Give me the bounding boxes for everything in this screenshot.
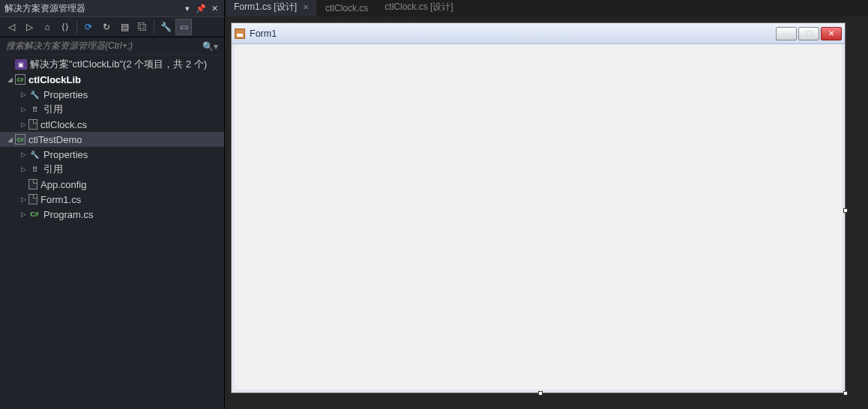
wrench-icon: 🔧: [28, 89, 40, 100]
expand-icon[interactable]: ▷: [18, 166, 28, 173]
sln-icon: ▣: [15, 59, 27, 70]
properties-button[interactable]: 🔧: [157, 19, 174, 35]
wrench-icon: 🔧: [28, 149, 40, 160]
proj-icon: C#: [15, 74, 25, 85]
maximize-button[interactable]: ☐: [798, 27, 819, 40]
main-area: Form1.cs [设计]✕ctlClock.csctlClock.cs [设计…: [225, 0, 868, 409]
tree-node[interactable]: ▷App.config: [0, 177, 224, 192]
form-title: Form1: [250, 28, 774, 39]
close-button[interactable]: ✕: [821, 27, 842, 40]
collapse-icon[interactable]: ◢: [4, 76, 15, 83]
document-tab[interactable]: Form1.cs [设计]✕: [226, 0, 316, 16]
document-tab[interactable]: ctlClock.cs: [318, 1, 376, 16]
tree-node[interactable]: ▷C#Program.cs: [0, 207, 224, 222]
sync-button[interactable]: ↻: [98, 19, 115, 35]
search-icon: 🔍▾: [202, 41, 218, 52]
form-host[interactable]: Form1 — ☐ ✕: [231, 22, 846, 393]
tree-node-label: ctlClock.cs: [40, 119, 87, 130]
file-icon: [28, 119, 37, 130]
search-placeholder: 搜索解决方案资源管理器(Ctrl+;): [6, 40, 202, 52]
form-client-area[interactable]: [235, 44, 842, 390]
toolbar-separator: [154, 20, 154, 34]
resize-handle-corner[interactable]: [843, 391, 848, 396]
tree-node[interactable]: ▷ctlClock.cs: [0, 117, 224, 132]
tree-node-label: Properties: [43, 89, 88, 100]
collapse-icon[interactable]: ◢: [4, 136, 15, 143]
expand-icon[interactable]: ▷: [18, 106, 28, 113]
copy-button[interactable]: ⿻: [134, 19, 151, 35]
expand-icon[interactable]: ▷: [18, 151, 28, 158]
resize-handle-bottom[interactable]: [538, 391, 543, 396]
ref-icon: ⠿: [28, 164, 40, 175]
cs-icon: C#: [28, 209, 40, 219]
proj-icon: C#: [15, 134, 25, 145]
tree-node-label: App.config: [40, 179, 86, 190]
search-box[interactable]: 搜索解决方案资源管理器(Ctrl+;) 🔍▾: [0, 37, 224, 55]
form-icon: [235, 28, 245, 39]
tree-node-label: 解决方案"ctlClockLib"(2 个项目，共 2 个): [30, 58, 207, 71]
tree-node[interactable]: ▷🔧Properties: [0, 87, 224, 102]
xaml-button[interactable]: ⟨⟩: [57, 19, 73, 35]
minimize-button[interactable]: —: [776, 27, 797, 40]
toolbar-separator: [76, 20, 77, 34]
solution-explorer-panel: 解决方案资源管理器 ▾ 📌 ✕ ◁ ▷ ⌂ ⟨⟩ ⟳ ↻ ▤ ⿻ 🔧 ▭ 搜索解…: [0, 0, 225, 409]
expand-icon[interactable]: ▷: [18, 121, 28, 128]
tree-node[interactable]: ▷⠿引用: [0, 102, 224, 117]
tree-node-label: Form1.cs: [40, 194, 81, 205]
panel-title: 解决方案资源管理器: [4, 2, 179, 15]
back-button[interactable]: ◁: [3, 19, 19, 35]
file-icon: [28, 179, 37, 190]
document-tabs: Form1.cs [设计]✕ctlClock.csctlClock.cs [设计…: [225, 0, 868, 16]
dropdown-icon[interactable]: ▾: [182, 3, 193, 13]
expand-icon[interactable]: ▷: [18, 91, 28, 98]
expand-icon[interactable]: ▷: [18, 196, 28, 203]
refresh-button[interactable]: ⟳: [80, 19, 97, 35]
ref-icon: ⠿: [28, 104, 40, 115]
tab-label: ctlClock.cs: [325, 3, 368, 13]
tree-node[interactable]: ▷⠿引用: [0, 162, 224, 177]
tree-node[interactable]: ▷▣解决方案"ctlClockLib"(2 个项目，共 2 个): [0, 57, 224, 72]
resize-handle-right[interactable]: [843, 208, 848, 213]
tree-node-label: 引用: [43, 163, 63, 176]
close-panel-icon[interactable]: ✕: [209, 3, 220, 13]
pin-icon[interactable]: 📌: [196, 3, 206, 13]
form-titlebar: Form1 — ☐ ✕: [232, 23, 845, 44]
file-icon: [28, 194, 37, 204]
tree-node-label: Program.cs: [43, 209, 93, 220]
tab-close-icon[interactable]: ✕: [303, 3, 309, 11]
panel-toolbar: ◁ ▷ ⌂ ⟨⟩ ⟳ ↻ ▤ ⿻ 🔧 ▭: [0, 16, 224, 37]
solution-tree[interactable]: ▷▣解决方案"ctlClockLib"(2 个项目，共 2 个)◢C#ctlCl…: [0, 55, 224, 409]
tree-node-label: ctlClockLib: [28, 74, 81, 85]
tab-label: Form1.cs [设计]: [234, 1, 297, 13]
show-all-button[interactable]: ▤: [116, 19, 133, 35]
expand-icon[interactable]: ▷: [18, 210, 28, 218]
forward-button[interactable]: ▷: [21, 19, 37, 35]
tree-node[interactable]: ◢C#ctlClockLib: [0, 72, 224, 87]
tree-node-label: Properties: [43, 149, 88, 160]
document-tab[interactable]: ctlClock.cs [设计]: [377, 0, 460, 16]
tab-label: ctlClock.cs [设计]: [385, 1, 453, 13]
tree-node[interactable]: ◢C#ctlTestDemo: [0, 132, 224, 147]
preview-button[interactable]: ▭: [175, 19, 192, 35]
form-designer[interactable]: Form1 — ☐ ✕: [225, 16, 868, 409]
tree-node-label: 引用: [43, 103, 63, 116]
tree-node[interactable]: ▷Form1.cs: [0, 192, 224, 207]
tree-node[interactable]: ▷🔧Properties: [0, 147, 224, 162]
tree-node-label: ctlTestDemo: [28, 134, 82, 145]
panel-header: 解决方案资源管理器 ▾ 📌 ✕: [0, 0, 224, 16]
home-button[interactable]: ⌂: [39, 19, 55, 35]
